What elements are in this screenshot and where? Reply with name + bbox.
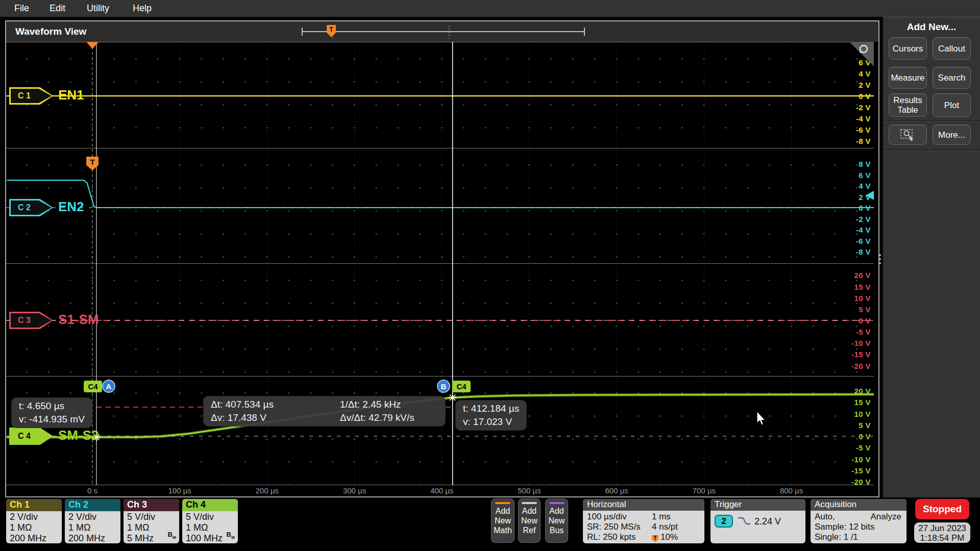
add-measure-button[interactable]: Measure [889, 67, 927, 89]
add-search-button[interactable]: Search [933, 67, 971, 89]
cursor-a-voltage: v: -414.935 mV [19, 413, 85, 426]
ch1-bandwidth: 200 MHz [10, 533, 62, 543]
menu-bar: File Edit Utility Help [0, 0, 980, 17]
ch4-scale: 5 V/div [186, 512, 238, 522]
cursor-a-readout[interactable]: t: 4.650 µs v: -414.935 mV [11, 397, 92, 428]
waveform-view: Waveform View T 6 V4 V2 V0 V-2 V-4 V-6 V… [5, 20, 879, 497]
acq-analyze: Analyze [871, 512, 901, 522]
add-new-bus-button[interactable]: Add New Bus [545, 498, 568, 543]
ch2-scale: 2 V/div [68, 512, 120, 522]
channel-badge-label: C 3 [11, 316, 38, 325]
trigger-level-arrow[interactable] [866, 191, 874, 200]
zoom-select-icon [900, 128, 916, 142]
add-results-table-button[interactable]: Results Table [889, 93, 927, 117]
add-new-panel: Add New... Cursors Callout Measure Searc… [883, 17, 980, 498]
panel-resize-handle[interactable] [879, 252, 881, 266]
horizontal-settings-badge[interactable]: Horizontal 100 µs/div1 ms SR: 250 MS/s4 … [583, 499, 704, 543]
acq-sample-bits: Sample: 12 bits [815, 522, 906, 532]
waveform-title-bar: Waveform View T [6, 21, 878, 42]
cursor-delta-readout[interactable]: Δt: 407.534 µs 1/Δt: 2.45 kHz Δv: 17.438… [203, 396, 446, 427]
bus-accent [549, 502, 565, 504]
trigger-header: Trigger [710, 499, 805, 511]
label-line: Bus [546, 525, 568, 535]
time-axis-label: 100 µs [157, 486, 203, 495]
ch3-header: Ch 3 [124, 499, 179, 511]
ch2-bandwidth: 200 MHz [68, 533, 120, 543]
math-accent [495, 502, 510, 504]
time-label: 1:18:54 PM [914, 533, 970, 543]
cursor-a-time: t: 4.650 µs [19, 399, 85, 413]
cursor-b-time: t: 412.184 µs [463, 402, 519, 415]
settings-bar: Ch 1 2 V/div1 MΩ200 MHz Ch 2 2 V/div1 MΩ… [0, 497, 980, 551]
ch1-impedance: 1 MΩ [10, 522, 62, 533]
ch4-header: Ch 4 [182, 499, 238, 511]
acquisition-settings-badge[interactable]: Acquisition Auto,Analyze Sample: 12 bits… [811, 499, 906, 543]
acq-mode: Auto, [815, 512, 835, 521]
add-more-button[interactable]: More... [933, 124, 971, 145]
ch1-settings-badge[interactable]: Ch 1 2 V/div1 MΩ200 MHz [6, 499, 62, 543]
trigger-settings-badge[interactable]: Trigger 2 2.24 V [710, 499, 805, 543]
cursor-b-marker [449, 393, 457, 402]
channel-badge-label: C 1 [11, 91, 38, 101]
record-duration: 1 ms [652, 512, 671, 522]
ch1-header: Ch 1 [6, 499, 62, 511]
cursor-b-handle[interactable]: B [437, 380, 450, 393]
label-line: Add [492, 506, 514, 516]
sidebar-divider [883, 149, 980, 151]
menu-utility[interactable]: Utility [87, 3, 109, 14]
add-new-ref-button[interactable]: Add New Ref [518, 498, 541, 543]
add-new-title: Add New... [883, 21, 980, 33]
time-axis-label: 0 s [69, 486, 115, 495]
add-plot-button[interactable]: Plot [933, 93, 971, 117]
ch1-scale: 2 V/div [10, 512, 62, 522]
ch2-header: Ch 2 [65, 499, 120, 511]
add-callout-button[interactable]: Callout [933, 37, 971, 60]
delta-time: Δt: 407.534 µs [211, 398, 336, 411]
channel-name-en1: EN1 [58, 87, 84, 103]
zoom-select-button[interactable] [889, 124, 927, 145]
ch2-impedance: 1 MΩ [68, 522, 120, 533]
channel-name-en2: EN2 [58, 199, 84, 215]
trigger-position-icon: T [652, 535, 658, 542]
time-axis-label: 200 µs [244, 486, 290, 495]
cursor-b-readout[interactable]: t: 412.184 µs v: 17.023 V [455, 400, 527, 431]
ch3-settings-badge[interactable]: Ch 3 5 V/div1 MΩ5 MHzBw [124, 499, 179, 543]
date-label: 27 Jun 2023 [914, 523, 970, 533]
falling-edge-icon [737, 516, 751, 526]
label-line: Ref [519, 525, 540, 535]
menu-file[interactable]: File [14, 3, 29, 14]
record-length: RL: 250 kpts [587, 532, 635, 542]
oscilloscope-app: File Edit Utility Help Waveform View T 6… [0, 0, 980, 551]
menu-edit[interactable]: Edit [50, 3, 65, 14]
run-stop-button[interactable]: Stopped [915, 499, 969, 519]
menu-help[interactable]: Help [133, 3, 152, 14]
cursor-a-channel-chip[interactable]: C4 [84, 381, 102, 392]
acquisition-header: Acquisition [811, 499, 906, 511]
delta-slope: Δv/Δt: 42.79 kV/s [340, 411, 438, 424]
label-line: Add [546, 506, 568, 516]
time-axis-label: 400 µs [419, 486, 465, 495]
bandwidth-limit-icon: Bw [227, 529, 235, 543]
bandwidth-limit-icon: Bw [168, 529, 176, 543]
ch4-settings-badge[interactable]: Ch 4 5 V/div1 MΩ100 MHzBw [182, 499, 238, 543]
label-line: Add [519, 506, 540, 516]
cursor-a-handle[interactable]: A [102, 380, 115, 393]
trace-en2 [7, 180, 874, 208]
record-view-ruler[interactable]: T [295, 23, 596, 41]
waveform-view-tab[interactable]: Waveform View [15, 26, 86, 37]
ch2-settings-badge[interactable]: Ch 2 2 V/div1 MΩ200 MHz [65, 499, 120, 543]
mouse-pointer [756, 411, 769, 427]
delta-voltage: Δv: 17.438 V [211, 411, 336, 424]
delta-frequency: 1/Δt: 2.45 kHz [340, 398, 438, 411]
acq-single-count: Single: 1 /1 [815, 532, 906, 542]
graticule: 6 V4 V2 V0 V-2 V-4 V-6 V-8 V8 V6 V4 V2 V… [6, 42, 874, 485]
cursor-b-channel-chip[interactable]: C4 [452, 381, 471, 392]
time-axis-label: 500 µs [506, 486, 552, 495]
sample-interval: 4 ns/pt [652, 522, 678, 532]
trigger-source-chip: 2 [715, 515, 733, 528]
add-cursors-button[interactable]: Cursors [889, 37, 927, 60]
channel-badge-label: C 2 [11, 203, 38, 212]
add-new-math-button[interactable]: Add New Math [491, 498, 514, 543]
time-axis-label: 700 µs [681, 486, 727, 495]
ref-accent [522, 502, 537, 504]
